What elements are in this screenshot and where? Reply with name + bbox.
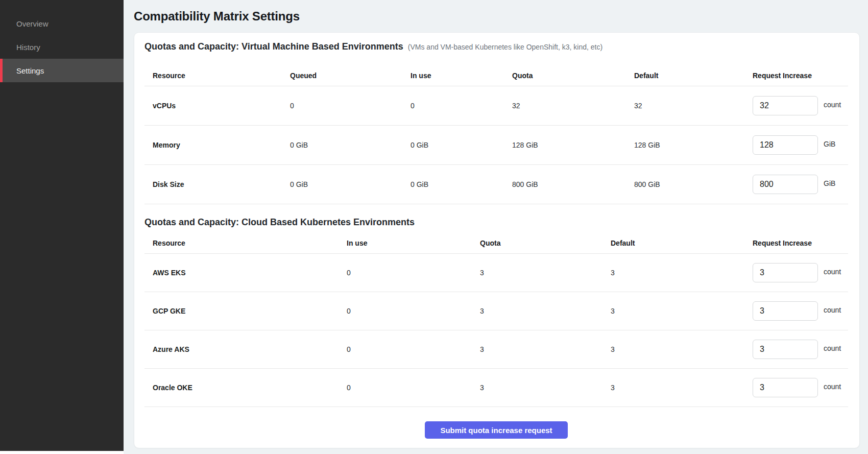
request-increase-input[interactable] xyxy=(753,378,818,397)
request-increase-input[interactable] xyxy=(753,175,818,194)
resource-name: Oracle OKE xyxy=(144,384,347,392)
table-row: AWS EKS033count xyxy=(144,254,848,292)
section-heading: Quotas and Capacity: Virtual Machine Bas… xyxy=(144,41,403,52)
request-increase-cell: count xyxy=(753,378,848,397)
cell-value: 0 GiB xyxy=(411,180,512,188)
resource-name: Disk Size xyxy=(144,180,290,188)
settings-card: Quotas and Capacity: Virtual Machine Bas… xyxy=(134,32,860,448)
column-header: Resource xyxy=(144,71,290,80)
unit-label: count xyxy=(824,344,841,352)
section-cloud-quotas: Quotas and Capacity: Cloud Based Kuberne… xyxy=(144,217,848,407)
request-increase-cell: count xyxy=(753,96,848,115)
main-content: Compatibility Matrix Settings Quotas and… xyxy=(124,0,868,454)
cell-value: 3 xyxy=(480,269,611,277)
table-row: GCP GKE033count xyxy=(144,292,848,330)
unit-label: count xyxy=(824,268,841,276)
section-heading-row: Quotas and Capacity: Cloud Based Kuberne… xyxy=(144,217,848,228)
request-increase-cell: count xyxy=(753,340,848,359)
column-header: Request Increase xyxy=(753,239,848,247)
cell-value: 32 xyxy=(634,102,753,110)
request-increase-input[interactable] xyxy=(753,96,818,115)
cell-value: 0 GiB xyxy=(411,141,512,149)
request-increase-input[interactable] xyxy=(753,263,818,282)
submit-quota-button[interactable]: Submit quota increase request xyxy=(425,421,568,439)
cell-value: 3 xyxy=(480,307,611,315)
section-heading-row: Quotas and Capacity: Virtual Machine Bas… xyxy=(144,41,848,52)
unit-label: GiB xyxy=(824,179,835,187)
section-vm-quotas: Quotas and Capacity: Virtual Machine Bas… xyxy=(144,41,848,204)
resource-name: vCPUs xyxy=(144,102,290,110)
column-header: In use xyxy=(347,239,480,247)
table-header-row: ResourceQueuedIn useQuotaDefaultRequest … xyxy=(144,65,848,86)
column-header: Default xyxy=(611,239,753,247)
cell-value: 0 xyxy=(290,102,411,110)
cell-value: 3 xyxy=(611,345,753,353)
column-header: Resource xyxy=(144,239,347,247)
cell-value: 3 xyxy=(480,384,611,392)
page-title: Compatibility Matrix Settings xyxy=(134,9,860,23)
cell-value: 800 GiB xyxy=(634,180,753,188)
table-row: Memory0 GiB0 GiB128 GiB128 GiBGiB xyxy=(144,126,848,165)
unit-label: GiB xyxy=(824,140,835,148)
sidebar: OverviewHistorySettings xyxy=(0,0,124,451)
request-increase-cell: count xyxy=(753,263,848,282)
cell-value: 3 xyxy=(611,269,753,277)
submit-row: Submit quota increase request xyxy=(144,421,848,439)
column-header: Quota xyxy=(480,239,611,247)
unit-label: count xyxy=(824,383,841,391)
cell-value: 0 xyxy=(347,307,480,315)
resource-name: Azure AKS xyxy=(144,345,347,353)
cell-value: 0 xyxy=(347,269,480,277)
table-header-row: ResourceIn useQuotaDefaultRequest Increa… xyxy=(144,233,848,254)
cell-value: 0 GiB xyxy=(290,141,411,149)
request-increase-cell: count xyxy=(753,301,848,321)
cell-value: 3 xyxy=(480,345,611,353)
sidebar-item-overview[interactable]: Overview xyxy=(0,12,124,35)
cell-value: 800 GiB xyxy=(512,180,634,188)
unit-label: count xyxy=(824,101,841,109)
cell-value: 0 xyxy=(347,384,480,392)
sidebar-item-history[interactable]: History xyxy=(0,35,124,59)
column-header: Request Increase xyxy=(753,71,848,80)
cell-value: 0 xyxy=(347,345,480,353)
resource-name: AWS EKS xyxy=(144,269,347,277)
resource-name: GCP GKE xyxy=(144,307,347,315)
vm-quota-table: ResourceQueuedIn useQuotaDefaultRequest … xyxy=(144,65,848,204)
column-header: In use xyxy=(411,71,512,80)
table-row: Disk Size0 GiB0 GiB800 GiB800 GiBGiB xyxy=(144,165,848,204)
table-row: Oracle OKE033count xyxy=(144,369,848,407)
column-header: Default xyxy=(634,71,753,80)
section-subtitle: (VMs and VM-based Kubernetes like OpenSh… xyxy=(408,43,602,51)
request-increase-cell: GiB xyxy=(753,135,848,155)
request-increase-input[interactable] xyxy=(753,340,818,359)
cell-value: 0 xyxy=(411,102,512,110)
cloud-quota-table: ResourceIn useQuotaDefaultRequest Increa… xyxy=(144,233,848,407)
table-row: Azure AKS033count xyxy=(144,330,848,369)
cell-value: 128 GiB xyxy=(634,141,753,149)
app-window: OverviewHistorySettings Compatibility Ma… xyxy=(0,0,868,454)
unit-label: count xyxy=(824,306,841,314)
sidebar-item-settings[interactable]: Settings xyxy=(0,59,124,82)
cell-value: 32 xyxy=(512,102,634,110)
request-increase-cell: GiB xyxy=(753,175,848,194)
table-row: vCPUs003232count xyxy=(144,86,848,126)
cell-value: 128 GiB xyxy=(512,141,634,149)
cell-value: 3 xyxy=(611,307,753,315)
section-heading: Quotas and Capacity: Cloud Based Kuberne… xyxy=(144,217,415,228)
column-header: Quota xyxy=(512,71,634,80)
column-header: Queued xyxy=(290,71,411,80)
cell-value: 0 GiB xyxy=(290,180,411,188)
resource-name: Memory xyxy=(144,141,290,149)
request-increase-input[interactable] xyxy=(753,135,818,155)
request-increase-input[interactable] xyxy=(753,301,818,321)
cell-value: 3 xyxy=(611,384,753,392)
